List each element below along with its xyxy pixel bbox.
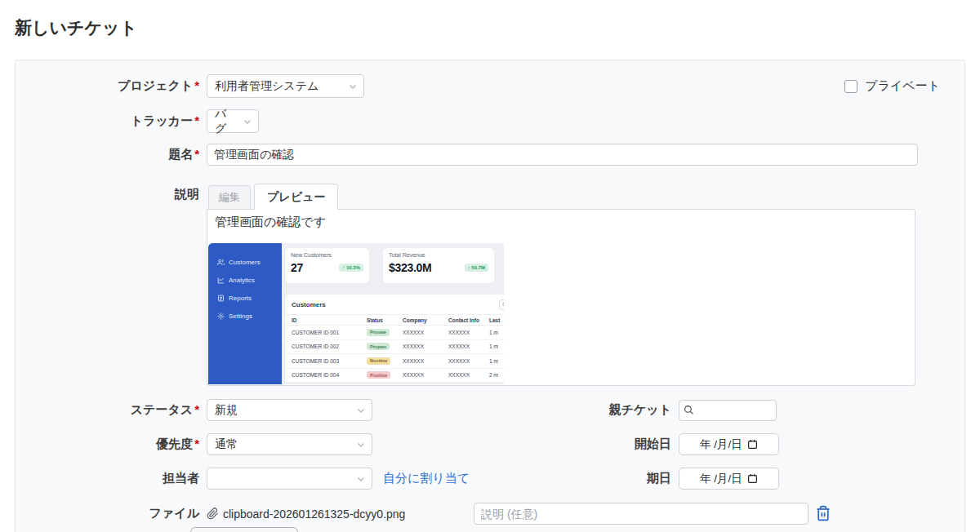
table-header-row: ID Status Company Contact Info Last: [285, 314, 504, 326]
project-row: プロジェクト* 利用者管理システム: [16, 74, 964, 98]
tab-preview[interactable]: プレビュー: [254, 184, 338, 210]
due-date-label: 期日: [493, 471, 679, 486]
assignee-row: 担当者 自分に割り当て 期日 年 /月/日: [16, 467, 964, 490]
priority-select[interactable]: 通常: [207, 433, 372, 455]
table-row: CUSTOMER ID 002 Propwo XXXXXX XXXXXX 1 m: [285, 340, 504, 355]
project-select[interactable]: 利用者管理システム: [207, 74, 364, 98]
customers-table-title: Customers: [292, 301, 326, 308]
chevron-down-icon: [243, 117, 252, 126]
chevron-down-icon: [356, 406, 366, 415]
stat-badge: ↑ 10.3%: [339, 264, 363, 272]
users-icon: [217, 259, 225, 266]
priority-select-value: 通常: [215, 437, 238, 452]
calendar-icon[interactable]: [747, 473, 758, 484]
description-preview-pane: 管理画面の確認です Customers Analytics: [207, 209, 915, 386]
stat-value: $323.0M: [389, 261, 431, 274]
dashboard-sidebar: Customers Analytics Reports Setting: [208, 243, 282, 384]
assign-to-me-link[interactable]: 自分に割り当て: [383, 471, 470, 486]
tab-edit[interactable]: 編集: [208, 185, 251, 209]
delete-file-icon[interactable]: [815, 505, 831, 521]
status-badge: Nositive: [367, 357, 390, 365]
dashboard-main: New Customers 27 ↑ 10.3% Total Revenue $…: [282, 243, 504, 384]
required-mark: *: [194, 113, 199, 127]
start-date-label: 開始日: [493, 437, 679, 452]
table-row: CUSTOMER ID 004 Positive XXXXXX XXXXXX 2…: [285, 369, 504, 383]
search-icon: [684, 405, 694, 415]
search-icon: [502, 302, 504, 308]
settings-icon: [217, 313, 225, 320]
status-label: ステータス*: [16, 402, 207, 418]
stat-card-new-customers: New Customers 27 ↑ 10.3%: [285, 248, 369, 283]
priority-row: 優先度* 通常 開始日 年 /月/日: [16, 432, 964, 456]
sidebar-item-analytics: Analytics: [208, 271, 282, 289]
description-row: 説明 編集 プレビュー 管理画面の確認です Customers: [16, 182, 964, 388]
subject-input[interactable]: [207, 144, 918, 166]
subject-row: 題名*: [16, 143, 964, 166]
stat-badge: ↑ 50.7M: [465, 264, 488, 272]
choose-file-button[interactable]: [190, 527, 298, 532]
status-select[interactable]: 新規: [207, 399, 372, 421]
due-date-input[interactable]: 年 /月/日: [679, 468, 779, 490]
required-mark: *: [194, 78, 199, 92]
sidebar-item-reports: Reports: [208, 289, 282, 307]
description-editor: 編集 プレビュー 管理画面の確認です Customers Analytics: [207, 182, 915, 386]
parent-ticket-label: 親チケット: [493, 402, 679, 418]
parent-ticket-input[interactable]: [697, 404, 763, 416]
tracker-row: トラッカー* バグ: [16, 109, 964, 133]
page-title: 新しいチケット: [15, 16, 137, 39]
project-select-value: 利用者管理システム: [215, 79, 318, 94]
start-date-input[interactable]: 年 /月/日: [679, 433, 779, 455]
chevron-down-icon: [356, 440, 366, 450]
status-badge: Positive: [367, 371, 390, 379]
chevron-down-icon: [356, 474, 366, 484]
required-mark: *: [194, 147, 199, 161]
required-mark: *: [194, 437, 199, 450]
reports-icon: [217, 295, 225, 302]
chevron-down-icon: [348, 82, 358, 91]
table-row: CUSTOMER ID 003 Nositive XXXXXX XXXXXX 1…: [285, 354, 504, 369]
preview-text: 管理画面の確認です: [215, 215, 326, 230]
subject-label: 題名*: [16, 147, 207, 162]
files-row: ファイル clipboard-202601261325-dcyy0.png: [16, 502, 964, 525]
assignee-select[interactable]: [207, 468, 372, 490]
status-badge: Propwo: [367, 343, 390, 350]
attached-dashboard-image: Customers Analytics Reports Setting: [208, 243, 504, 384]
stat-card-total-revenue: Total Revenue $323.0M ↑ 50.7M: [383, 248, 494, 283]
new-ticket-form: プライベート プロジェクト* 利用者管理システム トラッカー* バグ 題名* 説…: [15, 60, 965, 532]
status-badge: Proowe: [367, 329, 390, 336]
analytics-icon: [217, 277, 225, 284]
tracker-select-value: バグ: [215, 107, 238, 136]
sidebar-item-customers: Customers: [208, 253, 282, 271]
table-row: CUSTOMER ID 001 Proowe XXXXXX XXXXXX 1 m: [285, 326, 504, 340]
project-label: プロジェクト*: [16, 78, 207, 94]
stat-cards: New Customers 27 ↑ 10.3% Total Revenue $…: [285, 248, 504, 283]
priority-label: 優先度*: [16, 437, 207, 452]
status-select-value: 新規: [215, 403, 238, 418]
files-label: ファイル: [16, 506, 207, 521]
tracker-select[interactable]: バグ: [207, 109, 259, 133]
required-mark: *: [194, 402, 199, 416]
calendar-icon[interactable]: [747, 439, 758, 450]
parent-ticket-field[interactable]: [679, 400, 777, 421]
attached-filename: clipboard-202601261325-dcyy0.png: [223, 508, 405, 521]
dashboard-search-box: [499, 299, 504, 310]
customers-table-card: Customers ID Status Company Contact Info: [285, 295, 504, 383]
sidebar-item-settings: Settings: [208, 307, 282, 325]
description-tabs: 編集 プレビュー: [208, 182, 915, 209]
description-label: 説明: [16, 182, 207, 202]
status-row: ステータス* 新規 親チケット: [16, 398, 964, 422]
stat-value: 27: [291, 261, 303, 274]
tracker-label: トラッカー*: [16, 113, 207, 129]
paperclip-icon: [207, 508, 219, 520]
file-description-input[interactable]: [474, 503, 808, 525]
assignee-label: 担当者: [16, 471, 207, 486]
